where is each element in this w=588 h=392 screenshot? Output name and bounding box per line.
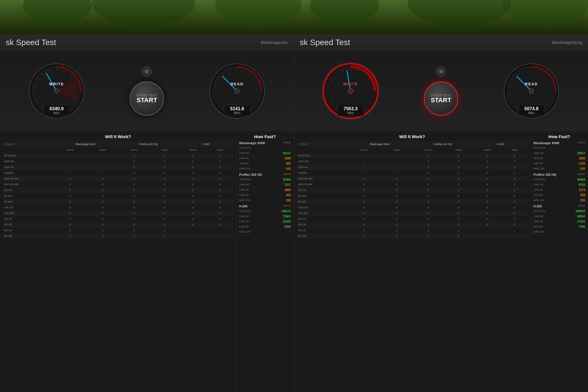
svg-text:5074.8: 5074.8	[524, 106, 538, 111]
svg-text:READ: READ	[231, 82, 243, 86]
how-fast-item: 6480 12K–	[533, 229, 585, 234]
table-row: 4K p60✓✓✓✓✓✓	[297, 199, 527, 204]
how-fast-item: 1080 HD16217	[239, 150, 291, 156]
how-fast-item: NTSC/PAL25304	[239, 177, 291, 182]
how-fast-item: 2160 4K1804	[239, 187, 291, 192]
svg-text:MB/s: MB/s	[528, 111, 535, 115]
center-controls-right: ⚙ SPEED TEST START	[424, 66, 458, 116]
panel-left-gauges: 6340.9 MB/s WRITE ⚙ SPEED TEST START	[0, 51, 294, 131]
table-row: DCI 24✓✓✓✓––	[3, 227, 233, 233]
table-row: 4K p25✓✓✓✓✓✓	[3, 193, 233, 199]
table-row: DCI 60✓✓✓✓✓✓	[297, 222, 527, 227]
how-fast-item: 4320 8K1193	[533, 161, 585, 166]
svg-text:7563.3: 7563.3	[344, 106, 358, 111]
how-fast-item: 1080 HD71881	[239, 214, 291, 219]
table-row: 4320 8K p25✓✓✓✓✓✓	[3, 176, 233, 181]
table-row: 12K p60✓✓✓✓✓✓	[297, 210, 527, 216]
panel-right-header: sk Speed Test Blackmagicdesig	[294, 34, 588, 51]
table-row: 4320 8K p25✓✓✓✓✓✓	[297, 176, 527, 181]
how-fast-item: 4320 8K991	[239, 161, 291, 166]
will-it-work-right: Will It Work? FORMAT Blackmagic RAW ProR…	[294, 131, 531, 392]
how-fast-item: 4320 8K423	[239, 192, 291, 198]
start-button-right-main: START	[431, 97, 451, 103]
table-row: 1080 HD––✓✓✓✓	[297, 159, 527, 164]
svg-point-36	[235, 89, 239, 93]
panel-left-header: sk Speed Test Blackmagicdes	[0, 34, 294, 51]
will-it-work-left-title: Will It Work?	[3, 134, 233, 139]
write-gauge-right: 7563.3 MB/s WRITE	[322, 62, 379, 120]
how-fast-item: NTSC/PAL30468	[533, 177, 585, 182]
how-fast-item: 1080 HD8702	[533, 182, 585, 187]
data-section-left: Will It Work? FORMAT Blackmagic RAW ProR…	[0, 131, 294, 392]
panel-left-brand: Blackmagicdes	[261, 40, 288, 45]
table-row: DCI 24✓✓✓✓✓✓	[297, 216, 527, 222]
gear-button-left[interactable]: ⚙	[142, 66, 152, 77]
how-fast-item: NTSC/PAL199273	[239, 208, 291, 214]
gear-button-right[interactable]: ⚙	[436, 66, 446, 77]
table-row: 4320 8K p60✓✓✓✓✓✓	[3, 181, 233, 187]
how-fast-item: 6480 12K191	[239, 198, 291, 203]
top-background	[0, 0, 588, 34]
table-row: 12K p25✓✓✓✓✓✓	[3, 204, 233, 210]
svg-text:MB/s: MB/s	[347, 111, 354, 115]
how-fast-item: 1080 HD7227	[239, 182, 291, 187]
panels-wrapper: sk Speed Test Blackmagicdes	[0, 34, 588, 392]
how-fast-left-title: How Fast?	[239, 134, 291, 139]
how-fast-item: NTSC/PAL239942	[533, 208, 585, 214]
how-fast-item: 1080 HD86550	[533, 214, 585, 219]
how-fast-right-content: Blackmagic RAWWRITENTSC/PAL–1080 HD19527…	[533, 141, 585, 234]
how-fast-section: H.265WRITENTSC/PAL2399421080 HD865502160…	[533, 204, 585, 234]
svg-text:MB/s: MB/s	[234, 111, 240, 115]
table-row: DCI 60✓✓✓✓––	[297, 233, 527, 239]
table-row: 12K p25✓✓✓✓✓✓	[297, 204, 527, 210]
how-fast-section: ProRes 422 HQWRITENTSC/PAL304681080 HD87…	[533, 173, 585, 203]
will-it-work-left-table: FORMAT Blackmagic RAW ProRes 422 HQ H.26…	[3, 141, 233, 239]
how-fast-item: 2160 4K27001	[533, 219, 585, 224]
table-row: DCI 24✓✓✓✓✓✓	[297, 187, 527, 193]
how-fast-item: 4320 8K509	[533, 192, 585, 198]
svg-point-54	[348, 89, 353, 93]
table-row: DCI 24✓✓✓✓✓✓	[3, 187, 233, 193]
table-row: 1080i60––✓✓✓✓	[3, 170, 233, 176]
how-fast-item: 6480 12K532	[533, 166, 585, 171]
how-fast-item: 1080 HD19527	[533, 150, 585, 156]
svg-text:5141.6: 5141.6	[230, 106, 244, 111]
panel-left: sk Speed Test Blackmagicdes	[0, 34, 294, 392]
table-row: 1080i60––✓✓✓✓	[297, 170, 527, 176]
will-it-work-right-table: FORMAT Blackmagic RAW ProRes 422 HQ H.26…	[297, 141, 527, 239]
how-fast-item: 6480 12K230	[533, 198, 585, 203]
svg-text:WRITE: WRITE	[49, 82, 64, 86]
table-row: 2160 4K––✓✓✓✓	[3, 164, 233, 170]
svg-text:6340.9: 6340.9	[50, 106, 64, 111]
panel-right: sk Speed Test Blackmagicdesig	[294, 34, 588, 392]
how-fast-item: 2160 4K22425	[239, 219, 291, 224]
how-fast-item: 6480 12K–	[239, 229, 291, 234]
how-fast-item: 4320 8K7590	[533, 224, 585, 229]
how-fast-item: NTSC/PAL–	[533, 145, 585, 150]
how-fast-item: 6480 12K442	[239, 166, 291, 171]
svg-point-68	[529, 89, 534, 93]
how-fast-item: 2160 4K2173	[533, 187, 585, 192]
panel-right-brand: Blackmagicdesig	[552, 40, 582, 45]
table-row: NTSC/PAL––✓✓✓✓	[3, 153, 233, 159]
how-fast-section: Blackmagic RAWWRITENTSC/PAL–1080 HD16217…	[239, 141, 291, 171]
how-fast-item: 4320 8K6304	[239, 224, 291, 229]
how-fast-right-title: How Fast?	[533, 134, 585, 139]
center-controls-left: ⚙ SPEED TEST START	[129, 66, 164, 116]
svg-text:WRITE: WRITE	[343, 82, 358, 86]
write-gauge-left: 6340.9 MB/s WRITE	[28, 62, 85, 120]
how-fast-item: NTSC/PAL–	[239, 145, 291, 150]
how-fast-left-content: Blackmagic RAWWRITENTSC/PAL–1080 HD16217…	[239, 141, 291, 234]
start-button-right[interactable]: SPEED TEST START	[424, 81, 458, 116]
table-row: 4K p60✓✓✓✓✓✓	[3, 199, 233, 204]
how-fast-item: 2160 4K1906	[533, 156, 585, 161]
svg-text:READ: READ	[525, 82, 538, 86]
start-button-left-main: START	[137, 97, 157, 103]
start-button-left[interactable]: SPEED TEST START	[129, 81, 164, 116]
table-row: 4K p25✓✓✓✓✓✓	[297, 193, 527, 199]
how-fast-section: ProRes 422 HQWRITENTSC/PAL253041080 HD72…	[239, 173, 291, 203]
svg-text:MB/s: MB/s	[53, 111, 60, 115]
panel-left-title: sk Speed Test	[6, 38, 56, 47]
how-fast-item: 2160 4K1583	[239, 156, 291, 161]
table-row: DCI 60✓✓✓✓––	[3, 233, 233, 239]
